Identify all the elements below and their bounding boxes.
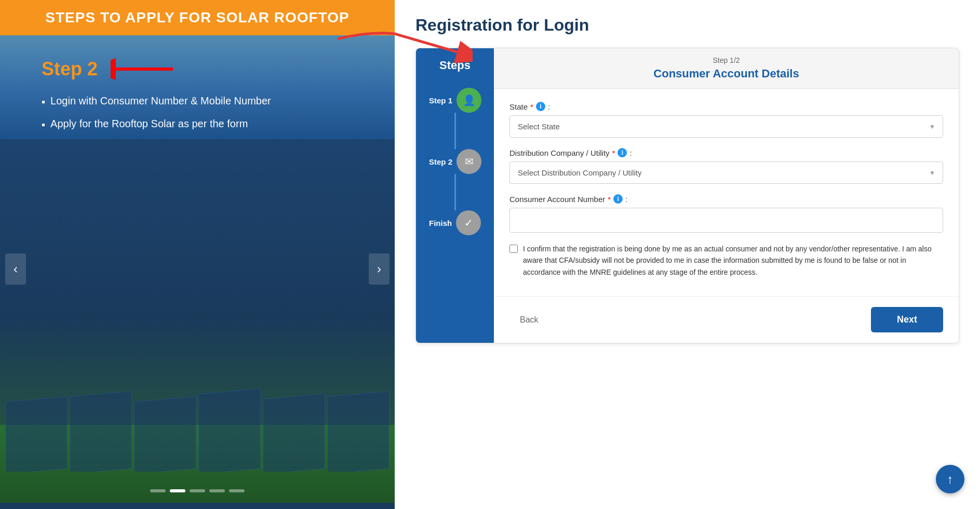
state-label: State * i :	[509, 102, 943, 111]
distribution-select-wrapper: Select Distribution Company / Utility	[509, 162, 943, 184]
step-connector-1	[454, 113, 456, 149]
consumer-account-label: Consumer Account Number * i :	[509, 194, 943, 204]
finish-row: Finish ✓	[424, 210, 486, 235]
form-area: Step 1/2 Consumer Account Details State …	[494, 48, 959, 343]
finish-circle: ✓	[456, 210, 481, 235]
step-title-text: Step 2	[42, 58, 98, 80]
step-1-row: Step 1 👤	[424, 88, 486, 113]
carousel-title: STEPS TO APPLY FOR SOLAR ROOFTOP	[16, 9, 379, 26]
step-item-2: Step 2 ✉	[424, 149, 486, 210]
distribution-company-label: Distribution Company / Utility * i :	[509, 148, 943, 157]
account-required-star: *	[608, 195, 611, 204]
distribution-required-star: *	[612, 149, 615, 157]
step-1-label: Step 1	[429, 96, 452, 105]
form-step-title: Consumer Account Details	[509, 67, 943, 81]
solar-panels-bg	[0, 368, 395, 472]
back-button[interactable]: Back	[509, 310, 549, 330]
registration-title-container: Registration for Login	[415, 16, 959, 35]
step-item-finish: Finish ✓	[424, 210, 486, 235]
form-body: State * i : Select State	[494, 89, 959, 291]
finish-check-icon: ✓	[464, 217, 473, 229]
state-form-group: State * i : Select State	[509, 102, 943, 138]
carousel-dot-3[interactable]	[190, 489, 205, 492]
red-arrow-left-icon	[111, 56, 173, 82]
step-2-label: Step 2	[429, 157, 452, 166]
steps-sidebar-title: Steps	[439, 59, 471, 72]
form-header: Step 1/2 Consumer Account Details	[494, 48, 959, 89]
form-step-label: Step 1/2	[509, 56, 943, 64]
step-item-1: Step 1 👤	[424, 88, 486, 149]
state-info-icon[interactable]: i	[536, 102, 545, 111]
step-content-item-2: Apply for the Rooftop Solar as per the f…	[42, 115, 353, 133]
step-2-envelope-icon: ✉	[465, 155, 474, 168]
next-button[interactable]: Next	[871, 307, 943, 332]
confirmation-checkbox[interactable]	[509, 245, 518, 253]
arrow-up-icon: ↑	[947, 472, 954, 487]
carousel-next-button[interactable]: ›	[369, 253, 390, 285]
carousel-dots	[150, 489, 245, 492]
step-content-list: Login with Consumer Number & Mobile Numb…	[42, 92, 353, 138]
account-info-icon[interactable]: i	[613, 194, 623, 204]
state-select[interactable]: Select State	[509, 115, 943, 138]
consumer-account-input[interactable]	[509, 208, 943, 233]
step-2-circle: ✉	[457, 149, 481, 174]
registration-title: Registration for Login	[415, 16, 589, 35]
carousel-dot-2[interactable]	[170, 489, 185, 492]
carousel-prev-button[interactable]: ‹	[5, 253, 26, 285]
steps-sidebar: Steps Step 1 👤 Step 2	[416, 48, 494, 343]
finish-label: Finish	[429, 219, 452, 227]
distribution-company-select[interactable]: Select Distribution Company / Utility	[509, 162, 943, 184]
carousel-header: STEPS TO APPLY FOR SOLAR ROOFTOP	[0, 0, 395, 35]
confirmation-text: I confirm that the registration is being…	[523, 243, 943, 278]
right-panel: Registration for Login Steps Step 1 👤	[395, 0, 980, 509]
left-carousel-panel: STEPS TO APPLY FOR SOLAR ROOFTOP Step 2	[0, 0, 395, 509]
step-title-container: Step 2	[42, 56, 353, 82]
step-connector-2	[454, 174, 456, 210]
distribution-info-icon[interactable]: i	[617, 148, 627, 157]
step-content-item-1: Login with Consumer Number & Mobile Numb…	[42, 92, 353, 110]
carousel-body: Step 2 Login with Consumer Number & Mobi…	[0, 35, 395, 503]
form-footer: Back Next	[494, 296, 959, 343]
confirmation-checkbox-group: I confirm that the registration is being…	[509, 243, 943, 278]
state-select-wrapper: Select State	[509, 115, 943, 138]
step-1-circle: 👤	[457, 88, 481, 113]
state-required-star: *	[530, 102, 533, 111]
scroll-to-top-button[interactable]: ↑	[936, 465, 964, 493]
step-2-row: Step 2 ✉	[424, 149, 486, 174]
consumer-account-form-group: Consumer Account Number * i :	[509, 194, 943, 233]
carousel-dot-5[interactable]	[229, 489, 245, 492]
step-1-person-icon: 👤	[463, 94, 476, 106]
carousel-dot-4[interactable]	[209, 489, 225, 492]
form-container: Steps Step 1 👤 Step 2	[415, 48, 959, 343]
carousel-dot-1[interactable]	[150, 489, 166, 492]
distribution-company-form-group: Distribution Company / Utility * i : Sel…	[509, 148, 943, 184]
